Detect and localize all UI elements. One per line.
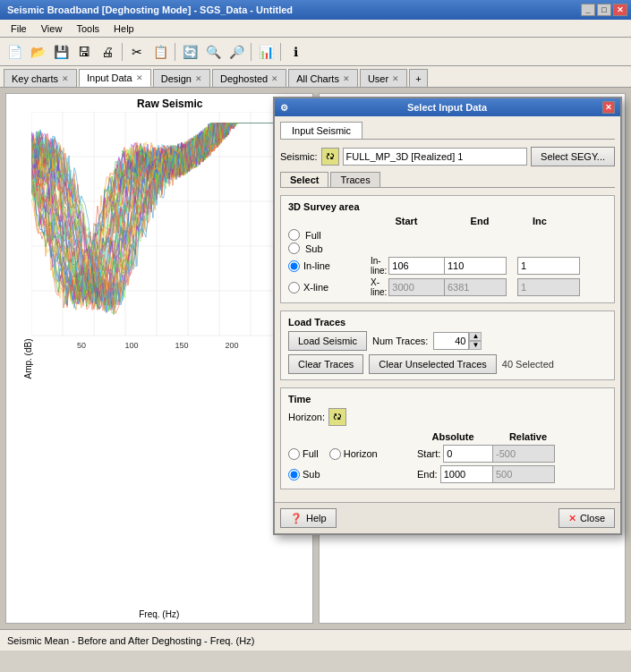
clear-traces-button[interactable]: Clear Traces bbox=[288, 354, 363, 374]
info-button[interactable]: ℹ bbox=[285, 41, 306, 63]
cut-button[interactable]: ✂ bbox=[126, 41, 148, 63]
inline-end-input[interactable] bbox=[444, 257, 507, 275]
xline-inc-input[interactable] bbox=[517, 278, 580, 296]
help-button[interactable]: ❓ Help bbox=[280, 508, 337, 528]
load-traces-section: Load Traces Load Seismic Num Traces: ▲ ▼ bbox=[280, 310, 615, 380]
xline-row: X-line X-line: bbox=[288, 277, 607, 297]
separator-2 bbox=[175, 43, 175, 61]
range-radio-group: Full Horizon bbox=[288, 448, 414, 460]
toolbar: 📄 📂 💾 🖫 🖨 ✂ 📋 🔄 🔍 🔎 📊 ℹ bbox=[0, 38, 631, 66]
num-traces-input[interactable] bbox=[433, 332, 469, 350]
tab-close-key-charts[interactable]: ✕ bbox=[62, 74, 69, 83]
close-dialog-button[interactable]: ✕ Close bbox=[559, 508, 615, 528]
main-area: Raw Seismic Amp. (dB) Freq. (Hz) Seismic… bbox=[0, 88, 631, 651]
survey-area-section: 3D Survey area Start End Inc Full bbox=[280, 195, 615, 303]
num-traces-label: Num Traces: bbox=[372, 336, 428, 346]
seismic-row: Seismic: 🗘 Select SEGY... bbox=[280, 147, 615, 166]
end-abs-group: End: bbox=[417, 465, 489, 483]
status-bar: Seismic Mean - Before and After Deghosti… bbox=[0, 629, 631, 651]
separator-1 bbox=[122, 43, 123, 61]
header-end: End bbox=[444, 216, 516, 226]
radio-sub[interactable] bbox=[288, 242, 300, 254]
sub-tab-traces[interactable]: Traces bbox=[330, 172, 379, 187]
help-icon: ❓ bbox=[290, 513, 303, 524]
maximize-button[interactable]: □ bbox=[597, 4, 611, 16]
seismic-value-input[interactable] bbox=[343, 148, 527, 166]
xline-label: X-line bbox=[303, 282, 328, 293]
horizon-icon-button[interactable]: 🗘 bbox=[328, 408, 346, 426]
tab-close-input-data[interactable]: ✕ bbox=[136, 73, 143, 82]
clear-row: Clear Traces Clear Unselected Traces 40 … bbox=[288, 354, 607, 374]
xline-end-input[interactable] bbox=[444, 278, 507, 296]
tab-close-user[interactable]: ✕ bbox=[392, 74, 399, 83]
load-seismic-button[interactable]: Load Seismic bbox=[288, 331, 367, 351]
horizon-range-label: Horizon bbox=[344, 448, 378, 459]
radio-full-range[interactable] bbox=[288, 448, 300, 460]
sub-range-label: Sub bbox=[303, 469, 320, 480]
sub-tab-select[interactable]: Select bbox=[280, 172, 328, 187]
inline-start-input[interactable] bbox=[388, 257, 451, 275]
full-range-label: Full bbox=[303, 448, 319, 459]
copy-button[interactable]: 📋 bbox=[149, 41, 171, 63]
modal-close-x-button[interactable]: ✕ bbox=[602, 101, 615, 114]
tab-design[interactable]: Design ✕ bbox=[153, 69, 210, 87]
start-rel-input[interactable] bbox=[492, 445, 555, 463]
modal-tab-input-seismic[interactable]: Input Seismic bbox=[280, 122, 362, 139]
radio-inline[interactable] bbox=[288, 260, 300, 272]
tab-close-design[interactable]: ✕ bbox=[195, 74, 202, 83]
tab-deghosted[interactable]: Deghosted ✕ bbox=[212, 69, 286, 87]
modal-title: Select Input Data bbox=[407, 102, 487, 113]
chart-button[interactable]: 📊 bbox=[255, 41, 277, 63]
separator-3 bbox=[251, 43, 252, 61]
title-bar-buttons: _ □ ✕ bbox=[581, 4, 627, 16]
refresh-button[interactable]: 🔄 bbox=[179, 41, 200, 63]
select-segy-button[interactable]: Select SEGY... bbox=[531, 147, 615, 166]
clear-unselected-button[interactable]: Clear Unselected Traces bbox=[369, 354, 496, 374]
seismic-icon-button[interactable]: 🗘 bbox=[321, 148, 339, 166]
menu-help[interactable]: Help bbox=[107, 21, 141, 36]
spinner-down[interactable]: ▼ bbox=[469, 341, 482, 350]
xline-field-label: X-line: bbox=[371, 277, 387, 297]
xline-start-input[interactable] bbox=[388, 278, 451, 296]
close-app-button[interactable]: ✕ bbox=[613, 4, 627, 16]
menu-bar: File View Tools Help bbox=[0, 20, 631, 38]
inline-label: In-line bbox=[303, 260, 330, 271]
menu-file[interactable]: File bbox=[4, 21, 34, 36]
new-button[interactable]: 📄 bbox=[4, 41, 25, 63]
header-start: Start bbox=[371, 216, 442, 226]
radio-xline[interactable] bbox=[288, 282, 300, 293]
start-label: Start: bbox=[417, 448, 440, 459]
status-text: Seismic Mean - Before and After Deghosti… bbox=[7, 635, 254, 646]
separator-4 bbox=[280, 43, 281, 61]
tab-user[interactable]: User ✕ bbox=[360, 69, 407, 87]
sub-tab-strip: Select Traces bbox=[280, 172, 615, 188]
tab-key-charts[interactable]: Key charts ✕ bbox=[4, 69, 77, 87]
inline-inc-input[interactable] bbox=[517, 257, 580, 275]
load-traces-title: Load Traces bbox=[288, 317, 607, 327]
spinner-up[interactable]: ▲ bbox=[469, 332, 482, 341]
minimize-button[interactable]: _ bbox=[581, 4, 595, 16]
print-button[interactable]: 🖨 bbox=[97, 41, 118, 63]
num-traces-spinner: ▲ ▼ bbox=[433, 332, 482, 350]
close-x-icon: ✕ bbox=[568, 513, 576, 524]
menu-view[interactable]: View bbox=[34, 21, 70, 36]
menu-tools[interactable]: Tools bbox=[69, 21, 107, 36]
tab-all-charts[interactable]: All Charts ✕ bbox=[288, 69, 358, 87]
radio-full[interactable] bbox=[288, 229, 300, 241]
radio-sub-range[interactable] bbox=[288, 469, 300, 481]
inline-field-label: In-line: bbox=[371, 256, 387, 276]
tab-close-deghosted[interactable]: ✕ bbox=[271, 74, 278, 83]
tab-close-all-charts[interactable]: ✕ bbox=[343, 74, 350, 83]
inline-row: In-line In-line: bbox=[288, 256, 607, 276]
zoom-in-button[interactable]: 🔍 bbox=[202, 41, 224, 63]
time-section: Time Horizon: 🗘 Absolute Relative bbox=[280, 387, 615, 489]
zoom-out-button[interactable]: 🔎 bbox=[226, 41, 247, 63]
seismic-label: Seismic: bbox=[280, 151, 318, 162]
tab-input-data[interactable]: Input Data ✕ bbox=[79, 69, 151, 87]
save-button[interactable]: 💾 bbox=[50, 41, 72, 63]
end-rel-input[interactable] bbox=[492, 465, 555, 483]
open-button[interactable]: 📂 bbox=[27, 41, 48, 63]
radio-horizon-range[interactable] bbox=[329, 448, 341, 460]
save-alt-button[interactable]: 🖫 bbox=[73, 41, 95, 63]
add-tab-button[interactable]: + bbox=[409, 69, 427, 87]
